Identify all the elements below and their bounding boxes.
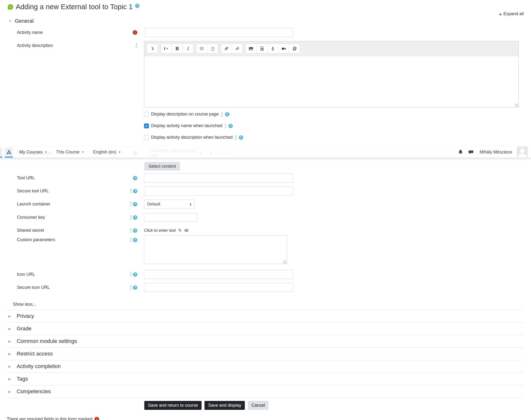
- help-icon[interactable]: ?: [133, 285, 137, 290]
- display-description-checkbox[interactable]: ✓: [144, 112, 149, 117]
- rich-text-editor: i▼ B I 123: [144, 41, 519, 107]
- stale-flag-icon[interactable]: !: [235, 135, 236, 139]
- resize-handle[interactable]: [515, 104, 518, 107]
- manage-files-icon[interactable]: [289, 44, 300, 53]
- stale-flag-icon[interactable]: !: [221, 112, 223, 116]
- help-icon[interactable]: ?: [225, 112, 229, 117]
- required-icon: !: [133, 30, 137, 35]
- secure-tool-url-label: Secure tool URL: [17, 189, 49, 194]
- section-privacy[interactable]: ▶Privacy: [7, 310, 524, 323]
- show-secret-eye-icon[interactable]: [184, 228, 189, 233]
- italic-icon[interactable]: I: [182, 44, 193, 53]
- chevron-right-icon: ▶: [8, 365, 12, 368]
- chevron-down-icon: ▼: [45, 151, 47, 153]
- section-restrict-access[interactable]: ▶Restrict access: [7, 348, 524, 360]
- help-icon[interactable]: ?: [133, 176, 137, 180]
- sticky-navbar: My Courses▼ This Course▼ English (en)▼ M…: [0, 147, 531, 158]
- tool-url-input[interactable]: [144, 174, 293, 182]
- field-row-activity-name: Activity name !: [7, 28, 524, 37]
- secure-icon-url-input[interactable]: [144, 283, 293, 292]
- help-icon[interactable]: ?: [228, 124, 233, 128]
- consumer-key-input[interactable]: [144, 213, 197, 222]
- field-row-secure-icon-url: Secure icon URL !?: [7, 283, 524, 292]
- record-video-icon[interactable]: [278, 44, 289, 53]
- show-less-link[interactable]: Show less...: [13, 302, 36, 307]
- chevron-right-icon: ▶: [8, 377, 12, 381]
- section-general[interactable]: ▼ General: [8, 18, 524, 24]
- stale-flag-icon[interactable]: !: [136, 44, 137, 48]
- field-row-launch-container: Launch container !? Default ▲▼: [7, 200, 524, 209]
- activity-name-input[interactable]: [144, 28, 293, 37]
- launch-container-select[interactable]: Default ▲▼: [144, 200, 195, 209]
- stale-flag-icon[interactable]: !: [225, 124, 226, 128]
- required-fields-note: There are required fields in this form m…: [7, 417, 524, 420]
- editor-content-area[interactable]: [144, 56, 518, 107]
- nav-this-course[interactable]: This Course▼: [56, 150, 84, 155]
- shared-secret-value[interactable]: Click to enter text: [144, 228, 176, 233]
- link-icon[interactable]: [221, 44, 232, 53]
- section-title: General: [15, 18, 34, 24]
- chevron-down-icon: ▼: [82, 151, 84, 153]
- insert-image-icon[interactable]: [245, 44, 257, 53]
- paragraph-styles-icon[interactable]: i▼: [161, 44, 172, 53]
- field-row-custom-parameters: Custom parameters !?: [7, 235, 524, 265]
- stale-flag-icon[interactable]: !: [130, 215, 132, 219]
- nav-tab-partial[interactable]: [0, 148, 2, 158]
- secure-icon-url-label: Secure icon URL: [17, 285, 50, 290]
- help-icon[interactable]: ?: [133, 215, 137, 220]
- custom-parameters-label: Custom parameters: [17, 237, 55, 242]
- display-activity-name-checkbox[interactable]: ✓: [144, 123, 149, 128]
- help-icon[interactable]: ?: [133, 272, 137, 277]
- field-row-tool-url: Tool URL ?: [7, 174, 524, 182]
- avatar[interactable]: [517, 147, 528, 157]
- section-activity-completion[interactable]: ▶Activity completion: [7, 360, 524, 373]
- secure-tool-url-input[interactable]: [144, 187, 293, 195]
- help-icon[interactable]: ?: [239, 135, 243, 140]
- insert-media-icon[interactable]: [257, 44, 267, 53]
- expand-all[interactable]: ▶Expand all: [7, 11, 524, 16]
- ordered-list-icon[interactable]: 123: [207, 44, 218, 53]
- unlink-icon[interactable]: [232, 44, 243, 53]
- field-row-icon-url: Icon URL !?: [7, 270, 524, 279]
- section-tags[interactable]: ▶Tags: [7, 373, 524, 385]
- activity-description-label: Activity description: [17, 43, 53, 48]
- checkbox-label: Display description on course page: [151, 112, 219, 117]
- stale-flag-icon[interactable]: !: [130, 189, 132, 193]
- notifications-bell-icon[interactable]: [458, 149, 463, 155]
- stale-flag-icon[interactable]: !: [130, 272, 132, 276]
- checkbox-label: Display activity name when launched: [151, 123, 222, 128]
- collapse-toolbar-icon[interactable]: [147, 44, 158, 53]
- section-competencies[interactable]: ▶Competencies: [7, 385, 524, 398]
- section-common-module-settings[interactable]: ▶Common module settings: [7, 335, 524, 348]
- save-display-button[interactable]: Save and display: [204, 401, 245, 410]
- sitemap-icon[interactable]: [5, 148, 13, 158]
- stale-flag-icon[interactable]: !: [130, 285, 132, 289]
- save-return-button[interactable]: Save and return to course: [144, 401, 202, 410]
- help-icon[interactable]: ?: [133, 202, 137, 206]
- bold-icon[interactable]: B: [172, 44, 182, 53]
- checkbox-row-display-name-launched: ✓ Display activity name when launched ! …: [7, 123, 524, 128]
- cancel-button[interactable]: Cancel: [248, 401, 269, 410]
- help-icon[interactable]: ?: [135, 4, 139, 8]
- resize-handle[interactable]: [284, 261, 287, 264]
- help-icon[interactable]: ?: [133, 238, 137, 242]
- stale-flag-icon[interactable]: !: [130, 228, 132, 232]
- display-activity-description-checkbox[interactable]: ✓: [144, 135, 149, 140]
- custom-parameters-textarea[interactable]: [144, 235, 287, 264]
- nav-my-courses[interactable]: My Courses▼: [19, 150, 47, 155]
- section-grade[interactable]: ▶Grade: [7, 323, 524, 335]
- edit-pencil-icon[interactable]: ✎: [178, 228, 182, 233]
- collapsed-sections: ▶Privacy ▶Grade ▶Common module settings …: [7, 310, 524, 398]
- icon-url-input[interactable]: [144, 270, 293, 279]
- unordered-list-icon[interactable]: [196, 44, 207, 53]
- user-name[interactable]: Mihály Mészáros: [480, 150, 512, 155]
- nav-language[interactable]: English (en)▼: [93, 150, 121, 155]
- stale-flag-icon[interactable]: !: [130, 238, 132, 242]
- help-icon[interactable]: ?: [133, 189, 137, 193]
- select-content-button[interactable]: Select content: [144, 162, 180, 171]
- stale-flag-icon[interactable]: !: [130, 202, 132, 206]
- help-icon[interactable]: ?: [133, 228, 137, 233]
- messages-icon[interactable]: [468, 149, 474, 155]
- record-audio-icon[interactable]: [267, 44, 278, 53]
- field-row-consumer-key: Consumer key !?: [7, 213, 524, 222]
